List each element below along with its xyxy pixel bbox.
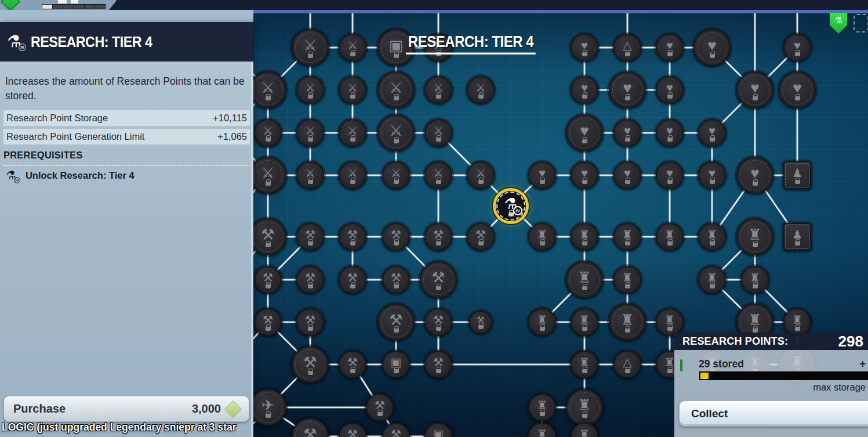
skill-node-hammer[interactable]: ⚒ <box>424 308 452 336</box>
swords-icon: ⚔ <box>475 167 486 179</box>
skill-node-swords[interactable]: ⚔ <box>339 34 366 62</box>
skill-node-swords[interactable]: ⚔ <box>467 76 495 104</box>
skill-node-hammer[interactable]: ⚒ <box>296 308 324 336</box>
skill-node-hammer[interactable]: ⚒ <box>254 266 282 294</box>
skill-node-swords[interactable]: ⚔ <box>254 119 282 147</box>
skill-node-swords[interactable]: ⚔ <box>382 161 410 189</box>
skill-node-heart[interactable]: ♥ <box>698 161 726 189</box>
skill-node-helmet[interactable]: ♜ <box>566 389 603 426</box>
heart-icon: ♥ <box>707 38 716 53</box>
skill-node-swords[interactable]: ⚔ <box>339 161 366 189</box>
skill-node-heart[interactable]: ♥ <box>528 161 556 189</box>
skill-node-helmet[interactable]: ♜ <box>571 351 598 378</box>
skill-node-hammer[interactable]: ⚒ <box>339 351 366 378</box>
swords-icon: ⚔ <box>305 125 315 136</box>
skill-node-heart[interactable]: ♥ <box>613 161 641 189</box>
skill-node-pyramid[interactable]: △ <box>613 34 641 62</box>
skill-node-heart[interactable]: ♥ <box>736 157 773 194</box>
skill-node-helmet[interactable]: ♜ <box>613 266 641 294</box>
skill-node-helmet[interactable]: ♜ <box>609 304 646 341</box>
dart-icon: ✈ <box>262 398 274 413</box>
skill-node-person[interactable]: ♟ <box>783 161 811 189</box>
skill-node-hammer[interactable]: ⚒ <box>254 308 282 336</box>
skill-node-hammer[interactable]: ⚒ <box>292 346 329 383</box>
skill-node-helmet[interactable]: ♜ <box>656 308 684 336</box>
skill-node-swords[interactable]: ⚔ <box>339 76 366 104</box>
skill-node-heart[interactable]: ♥ <box>566 114 603 151</box>
selected-skill-node-flask[interactable]: ⚗IV <box>493 188 529 224</box>
skill-node-hammer[interactable]: ⚒ <box>339 266 366 294</box>
research-point-gem-icon <box>680 360 682 371</box>
skill-node-hammer[interactable]: ⚒ <box>420 261 457 298</box>
skill-node-heart[interactable]: ♥ <box>571 76 598 104</box>
skill-node-pyramid[interactable]: △ <box>613 351 641 378</box>
skill-node-heart[interactable]: ♥ <box>779 71 816 109</box>
skill-node-helmet[interactable]: ♜ <box>698 266 726 294</box>
skill-node-hammer[interactable]: ⚒ <box>366 393 394 421</box>
skill-node-hammer[interactable]: ⚒ <box>296 223 324 251</box>
skill-node-swords[interactable]: ⚔ <box>467 161 495 189</box>
skill-node-hammer[interactable]: ⚒ <box>382 266 410 294</box>
skill-node-swords[interactable]: ⚔ <box>249 157 286 194</box>
skill-node-heart[interactable]: ♥ <box>656 119 684 147</box>
skill-node-hammer[interactable]: ⚒ <box>467 223 495 251</box>
lock-icon <box>625 284 630 288</box>
skill-node-helmet[interactable]: ♜ <box>741 266 769 294</box>
helmet-icon: ♜ <box>664 314 675 326</box>
lock-icon <box>795 96 800 100</box>
skill-node-swords[interactable]: ⚔ <box>249 71 286 109</box>
skill-node-hammer[interactable]: ⚒ <box>424 351 452 378</box>
skill-node-heart[interactable]: ♥ <box>783 34 811 62</box>
skill-node-dart[interactable]: ✈ <box>249 389 286 426</box>
skill-node-helmet[interactable]: ♜ <box>528 223 556 251</box>
skill-node-heart[interactable]: ♥ <box>656 161 684 189</box>
purchase-button[interactable]: Purchase 3,000 <box>3 396 249 422</box>
skill-node-heart[interactable]: ♥ <box>613 119 641 147</box>
lock-icon <box>753 243 758 247</box>
skill-node-helmet[interactable]: ♜ <box>571 308 598 336</box>
skill-node-helmet[interactable]: ♜ <box>736 218 773 255</box>
skill-node-helmet[interactable]: ♜ <box>783 308 811 336</box>
skill-node-heart[interactable]: ♥ <box>656 34 684 62</box>
skill-node-hammer[interactable]: ⚒ <box>469 310 492 334</box>
skill-node-swords[interactable]: ⚔ <box>296 119 324 147</box>
skill-node-swords[interactable]: ⚔ <box>377 114 415 151</box>
skill-node-swords[interactable]: ⚔ <box>424 76 452 104</box>
skill-node-heart[interactable]: ♥ <box>656 76 684 104</box>
skill-node-trap[interactable]: ▣ <box>382 351 410 378</box>
skill-node-person[interactable]: ♟ <box>783 223 811 251</box>
skill-node-hammer[interactable]: ⚒ <box>296 266 324 294</box>
lock-icon <box>625 241 630 245</box>
research-detail-panel: ⚗IV RESEARCH: TIER 4 Increases the amoun… <box>0 22 253 437</box>
skill-node-hammer[interactable]: ⚒ <box>424 223 452 251</box>
xp-segment <box>42 5 53 9</box>
skill-node-heart[interactable]: ♥ <box>698 119 726 147</box>
skill-node-swords[interactable]: ⚔ <box>339 119 366 147</box>
skill-node-helmet[interactable]: ♜ <box>698 223 726 251</box>
skill-node-hammer[interactable]: ⚒ <box>377 304 415 341</box>
skill-node-helmet[interactable]: ♜ <box>656 223 684 251</box>
skill-node-hammer[interactable]: ⚒ <box>382 223 410 251</box>
collect-button[interactable]: Collect <box>679 400 868 427</box>
skill-node-helmet[interactable]: ♜ <box>571 223 598 251</box>
skill-node-hammer[interactable]: ⚒ <box>339 223 366 251</box>
skill-node-helmet[interactable]: ♜ <box>613 223 641 251</box>
helmet-icon: ♜ <box>579 314 590 326</box>
skill-node-helmet[interactable]: ♜ <box>528 308 556 336</box>
skill-node-swords[interactable]: ⚔ <box>292 29 329 66</box>
skill-node-swords[interactable]: ⚔ <box>296 161 324 189</box>
skill-node-helmet[interactable]: ♜ <box>528 393 556 421</box>
skill-node-swords[interactable]: ⚔ <box>296 76 324 104</box>
research-points-header: RESEARCH POINTS: 298 <box>674 333 868 350</box>
skill-node-swords[interactable]: ⚔ <box>424 119 452 147</box>
helmet-icon: ♜ <box>748 312 761 327</box>
skill-node-swords[interactable]: ⚔ <box>424 161 452 189</box>
skill-node-hammer[interactable]: ⚒ <box>249 218 286 255</box>
skill-node-heart[interactable]: ♥ <box>736 71 773 109</box>
skill-node-heart[interactable]: ♥ <box>571 34 598 62</box>
skill-node-heart[interactable]: ♥ <box>571 161 598 189</box>
skill-node-helmet[interactable]: ♜ <box>566 261 603 298</box>
skill-node-heart[interactable]: ♥ <box>609 71 646 109</box>
skill-node-swords[interactable]: ⚔ <box>377 71 415 109</box>
skill-node-heart[interactable]: ♥ <box>693 29 731 66</box>
